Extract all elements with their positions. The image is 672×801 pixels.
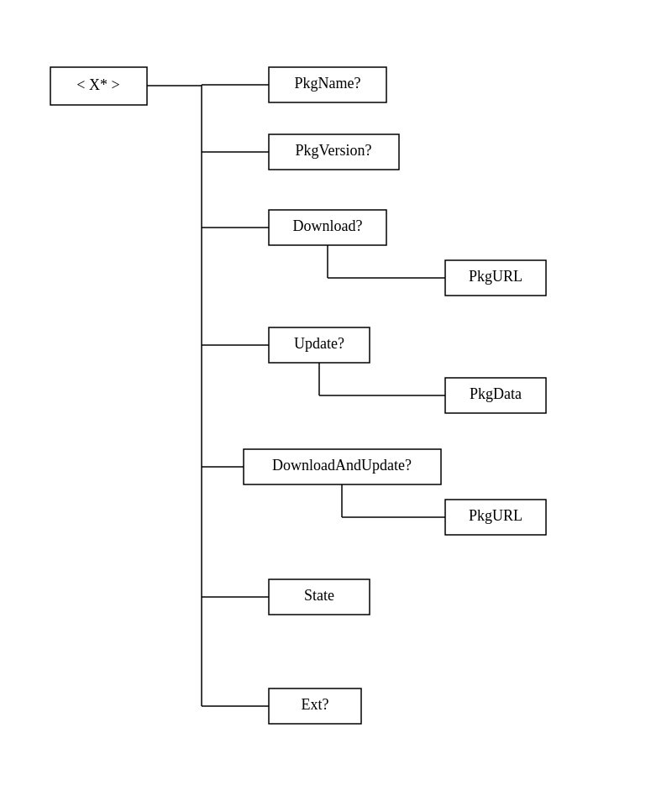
pkgname-label: PkgName?	[295, 75, 361, 92]
root-label: < X* >	[76, 76, 119, 93]
diagram-container: < X* > PkgName? PkgVersion? Download? Pk…	[0, 0, 672, 801]
pkgdata-label: PkgData	[470, 385, 522, 402]
download-label: Download?	[293, 217, 363, 234]
downloadandupdate-label: DownloadAndUpdate?	[272, 457, 412, 474]
update-label: Update?	[294, 335, 344, 352]
state-label: State	[304, 587, 334, 604]
ext-label: Ext?	[302, 696, 329, 713]
pkgurl2-label: PkgURL	[469, 507, 522, 524]
pkgversion-label: PkgVersion?	[296, 142, 372, 159]
schema-diagram: < X* > PkgName? PkgVersion? Download? Pk…	[0, 0, 672, 801]
pkgurl1-label: PkgURL	[469, 268, 522, 285]
